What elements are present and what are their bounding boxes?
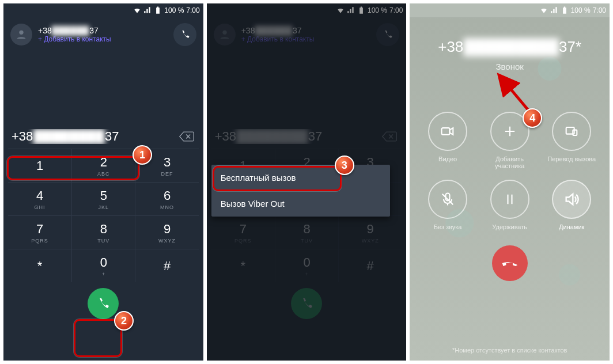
status-bar: 100 % 7:00: [410, 3, 610, 17]
key-letters: +: [305, 271, 308, 277]
battery-icon: [154, 6, 162, 14]
battery-text: 100 %: [368, 6, 387, 14]
key-letters: JKL: [99, 204, 109, 210]
call-status-label: Звонок: [495, 62, 523, 71]
key-digit: 8: [100, 222, 107, 237]
keypad-key-7[interactable]: 7PQRS: [8, 215, 71, 249]
add-to-contacts-link[interactable]: + Добавить в контакты: [241, 35, 371, 43]
keypad-key-*[interactable]: *: [8, 249, 71, 282]
status-bar: 100 % 7:00: [3, 3, 203, 17]
contact-info: +38██████37 + Добавить в контакты: [38, 26, 168, 43]
keypad-key-8[interactable]: 8TUV: [71, 215, 135, 249]
add-to-contacts-link[interactable]: + Добавить в контакты: [38, 35, 168, 43]
key-letters: +: [102, 271, 105, 277]
wifi-icon: [336, 6, 345, 14]
key-digit: 9: [367, 222, 374, 237]
battery-icon: [357, 6, 365, 14]
speaker-button[interactable]: [552, 180, 591, 219]
add-participant-button[interactable]: [490, 112, 529, 151]
phone-icon: [498, 252, 521, 275]
dialed-number: +38████████37: [215, 129, 377, 144]
hold-button[interactable]: [490, 180, 529, 219]
keypad-key-0[interactable]: 0+: [275, 249, 338, 282]
avatar: [214, 24, 236, 46]
call-button-row: [8, 282, 199, 327]
key-digit: *: [37, 259, 43, 274]
svg-point-1: [222, 31, 226, 35]
dialed-number-display: +38████████37: [8, 127, 199, 146]
contact-info: +38██████37 + Добавить в контакты: [241, 26, 371, 43]
add-label: Добавить участника: [482, 156, 538, 169]
call-shortcut-button[interactable]: [173, 23, 196, 46]
speaker-label: Динамик: [559, 223, 584, 230]
keypad-key-6[interactable]: 6MNO: [135, 182, 198, 215]
footnote-text: *Номер отсутствует в списке контактов: [410, 347, 610, 354]
video-icon: [440, 123, 456, 139]
key-letters: WXYZ: [158, 238, 176, 244]
panels-container: 100 % 7:00 +38██████37 + Добавить в конт…: [3, 3, 610, 361]
keypad-key-#[interactable]: #: [135, 249, 198, 282]
clock-text: 7:00: [186, 6, 199, 14]
key-letters: ABC: [97, 171, 110, 177]
key-letters: PQRS: [234, 238, 252, 244]
key-digit: 3: [164, 155, 171, 170]
key-digit: 7: [36, 222, 43, 237]
backspace-icon: [179, 130, 195, 143]
key-letters: TUV: [97, 238, 109, 244]
menu-item-free-call[interactable]: Бесплатный вызов: [211, 165, 391, 191]
battery-text: 100 %: [571, 6, 591, 14]
call-button[interactable]: [88, 288, 119, 319]
call-button[interactable]: [291, 288, 322, 319]
keypad-key-8[interactable]: 8TUV: [275, 215, 338, 249]
battery-text: 100 %: [164, 6, 184, 14]
keypad-key-2[interactable]: 2ABC: [71, 149, 135, 182]
video-label: Видео: [438, 156, 457, 162]
keypad-key-*[interactable]: *: [211, 249, 275, 282]
backspace-button[interactable]: [178, 130, 195, 143]
mute-button[interactable]: [428, 180, 467, 219]
keypad-key-5[interactable]: 5JKL: [71, 182, 135, 215]
keypad-key-#[interactable]: #: [338, 249, 402, 282]
svg-rect-4: [573, 130, 577, 135]
phone-icon: [96, 297, 110, 310]
hold-label: Удерживать: [492, 223, 527, 230]
transfer-button[interactable]: [552, 112, 591, 151]
svg-rect-2: [442, 128, 450, 135]
key-digit: 1: [36, 158, 43, 173]
video-button[interactable]: [428, 112, 467, 151]
keypad-key-4[interactable]: 4GHI: [8, 182, 71, 215]
svg-point-0: [19, 31, 23, 35]
wifi-icon: [540, 6, 548, 14]
call-shortcut-button[interactable]: [376, 23, 399, 46]
phone-icon: [300, 297, 313, 310]
key-digit: 0: [303, 255, 310, 270]
keypad-key-9[interactable]: 9WXYZ: [338, 215, 402, 249]
avatar: [10, 24, 32, 46]
in-call-controls: Видео Добавить участника Перевод вызова …: [410, 112, 610, 230]
pause-icon: [502, 191, 518, 207]
keypad-key-0[interactable]: 0+: [71, 249, 135, 282]
key-letters: DEF: [161, 171, 173, 177]
transfer-label: Перевод вызова: [547, 156, 596, 162]
signal-icon: [143, 6, 152, 14]
key-digit: 4: [36, 188, 43, 203]
keypad-key-9[interactable]: 9WXYZ: [135, 215, 198, 249]
contact-phone-number: +38██████37: [38, 26, 168, 35]
key-digit: 7: [240, 222, 247, 237]
phone-panel-3: 100 % 7:00 +38█████████37* Звонок Видео …: [410, 3, 610, 361]
key-letters: TUV: [301, 238, 313, 244]
keypad-key-7[interactable]: 7PQRS: [211, 215, 275, 249]
backspace-button[interactable]: [381, 130, 398, 143]
key-letters: MNO: [160, 204, 174, 210]
keypad: 12ABC3DEF4GHI5JKL6MNO7PQRS8TUV9WXYZ*0+#: [8, 149, 199, 282]
key-digit: *: [241, 259, 246, 274]
key-digit: 8: [303, 222, 310, 237]
keypad-key-3[interactable]: 3DEF: [135, 149, 198, 182]
contact-row: +38██████37 + Добавить в контакты: [3, 17, 203, 52]
key-digit: #: [164, 259, 171, 274]
contact-row: +38██████37 + Добавить в контакты: [207, 17, 407, 52]
menu-item-viber-out[interactable]: Вызов Viber Out: [211, 191, 391, 217]
dialer-area: +38████████37 12ABC3DEF4GHI5JKL6MNO7PQRS…: [3, 127, 203, 327]
hangup-button[interactable]: [492, 245, 528, 281]
keypad-key-1[interactable]: 1: [8, 149, 71, 182]
